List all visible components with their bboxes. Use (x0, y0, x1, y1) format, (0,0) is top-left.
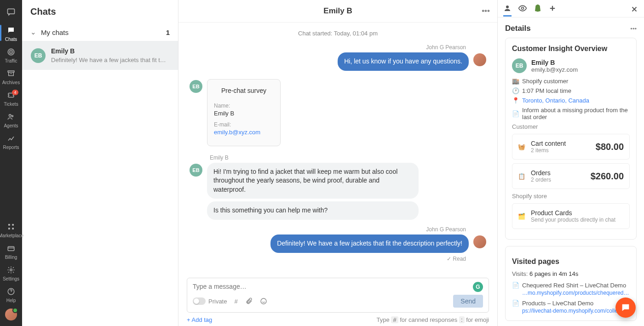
hash-icon[interactable]: # (234, 298, 237, 305)
page-icon: 📄 (512, 300, 522, 307)
details-header: Details ••• (498, 17, 644, 38)
message-row: Hi, let us know if you have any question… (190, 52, 486, 71)
customer-row: EB Emily B emily.b@xyz.com (512, 58, 630, 73)
survey-name-value: Emily B (214, 110, 274, 117)
send-button[interactable]: Send (453, 295, 483, 308)
clock-icon: 🕐 (512, 87, 522, 94)
tab-eye[interactable] (518, 4, 527, 17)
message-input[interactable] (193, 283, 465, 290)
note-icon: 📄 (512, 110, 522, 117)
more-icon[interactable]: ••• (482, 6, 490, 16)
survey-email-label: E-mail: (214, 121, 274, 128)
prodcards-sub: Send your products directly in chat (531, 217, 615, 223)
orders-amount: $260.00 (591, 171, 624, 182)
visited-title: Visited pages (512, 257, 630, 266)
avatar: EB (512, 58, 527, 73)
cart-box[interactable]: 🧺 Cart content2 items $80.00 (512, 134, 630, 160)
nav-label: Marketplace (0, 233, 23, 238)
close-details-button[interactable] (630, 5, 638, 16)
nav-chats[interactable]: Chats (0, 22, 22, 44)
chat-list-item[interactable]: EB Emily B Definitely! We have a few jac… (22, 41, 178, 70)
nav-traffic[interactable]: Traffic (0, 44, 22, 65)
sender-label: John G Pearson (190, 226, 466, 233)
nav-help[interactable]: Help (0, 283, 22, 305)
nav-settings[interactable]: Settings (0, 262, 22, 283)
grammarly-icon[interactable]: G (473, 282, 483, 292)
my-chats-toggle[interactable]: ⌄ My chats 1 (22, 23, 178, 41)
details-body[interactable]: Customer Insight Overview EB Emily B emi… (498, 38, 644, 326)
agent-avatar (473, 235, 486, 248)
my-chats-count: 1 (166, 29, 170, 36)
nav-label: Tickets (4, 102, 18, 107)
tab-add[interactable] (548, 4, 557, 17)
attachment-icon[interactable] (245, 297, 253, 305)
visited-url[interactable]: ps://livechat-demo.myshopify.com/collect… (522, 308, 630, 314)
apps-icon (6, 222, 16, 231)
location-line[interactable]: 📍Toronto, Ontario, Canada (512, 97, 630, 104)
cart-title: Cart content (531, 140, 566, 147)
nav-billing[interactable]: Billing (0, 240, 22, 262)
gear-icon (6, 265, 16, 275)
nav-archives[interactable]: Archives (0, 65, 22, 87)
badge: 4 (12, 90, 18, 95)
date-separator: Chat started: Today, 01:04 pm (190, 30, 486, 37)
composer-toolbar: Private # Send (193, 290, 483, 308)
cart-icon: 🧺 (518, 143, 531, 150)
orders-icon: 📋 (518, 173, 531, 180)
chat-title: Emily B (323, 6, 352, 16)
tab-person[interactable] (503, 4, 512, 17)
shopify-customer-line: 🏬Shopify customer (512, 78, 630, 85)
chat-name: Emily B (51, 47, 166, 55)
local-time-line: 🕐1:07 PM local time (512, 87, 630, 94)
user-avatar[interactable] (5, 309, 17, 320)
agent-message: Definitely! We have a few jackets that f… (270, 234, 469, 253)
avatar: EB (31, 48, 46, 63)
customer-avatar: EB (190, 80, 202, 93)
customer-message: Hi! I'm trying to find a jacket that wil… (207, 163, 419, 199)
private-label: Private (208, 298, 227, 305)
nav-agents[interactable]: Agents (0, 109, 22, 130)
product-cards-box[interactable]: 🗂️ Product CardsSend your products direc… (512, 203, 630, 229)
survey-email-value[interactable]: emily.b@xyz.com (214, 129, 274, 136)
app-logo[interactable] (0, 2, 22, 22)
nav-label: Help (6, 298, 16, 303)
floating-chat-button[interactable] (615, 297, 636, 318)
visited-page[interactable]: 📄Products – LiveChat Demo (512, 300, 630, 307)
archive-icon (6, 69, 16, 78)
agents-icon (6, 112, 16, 121)
nav-label: Agents (4, 123, 18, 128)
svg-point-16 (522, 7, 524, 10)
add-tag-button[interactable]: + Add tag (187, 316, 212, 323)
visited-url[interactable]: …mo.myshopify.com/products/chequered-re… (522, 290, 630, 296)
nav-reports[interactable]: Reports (0, 130, 22, 152)
svg-point-12 (10, 269, 12, 271)
composer: G Private # Send (187, 278, 489, 313)
orders-box[interactable]: 📋 Orders2 orders $260.00 (512, 163, 630, 189)
details-tabs (498, 0, 644, 17)
tab-shopify[interactable] (534, 4, 542, 17)
cards-icon: 🗂️ (518, 213, 531, 220)
reports-icon (6, 134, 16, 143)
details-column: Details ••• Customer Insight Overview EB… (498, 0, 644, 326)
nav-marketplace[interactable]: Marketplace (0, 218, 22, 240)
customer-name: Emily B (531, 59, 578, 66)
chevron-down-icon: ⌄ (30, 28, 36, 36)
nav-label: Chats (5, 37, 17, 42)
chat-list-title: Chats (22, 0, 178, 23)
section-label: Customer (512, 123, 630, 130)
visited-page[interactable]: 📄Chequered Red Shirt – LiveChat Demo (512, 282, 630, 289)
svg-point-15 (506, 6, 509, 8)
private-toggle[interactable] (193, 297, 206, 305)
prodcards-title: Product Cards (531, 209, 615, 217)
radar-icon (6, 47, 16, 57)
nav-tickets[interactable]: 4 Tickets (0, 87, 22, 109)
survey-row: EB Pre-chat survey Name: Emily B E-mail:… (190, 79, 486, 146)
section-label: Shopify store (512, 193, 630, 200)
cart-sub: 2 items (531, 147, 566, 154)
svg-rect-10 (12, 228, 14, 229)
svg-point-6 (12, 115, 13, 117)
emoji-icon[interactable] (260, 297, 267, 305)
details-title: Details (505, 24, 531, 33)
more-icon[interactable]: ••• (630, 25, 637, 32)
nav-label: Settings (3, 276, 19, 281)
